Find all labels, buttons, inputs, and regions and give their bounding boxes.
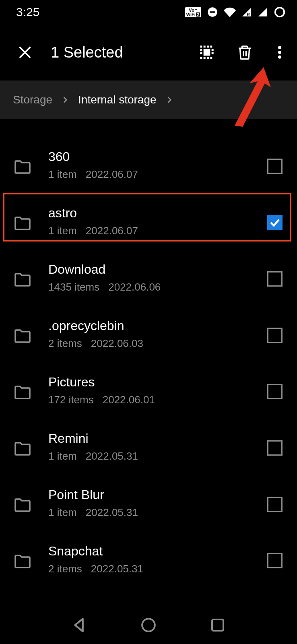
- chevron-right-icon: [61, 96, 69, 104]
- folder-checkbox[interactable]: [267, 553, 283, 568]
- select-all-icon: [199, 44, 215, 60]
- folder-text: Snapchat2 items2022.05.31: [48, 544, 267, 575]
- folder-icon: [13, 439, 32, 458]
- folder-items: 1 item: [48, 506, 77, 519]
- folder-date: 2022.05.31: [91, 563, 143, 575]
- folder-row[interactable]: Snapchat2 items2022.05.31: [0, 531, 297, 588]
- folder-date: 2022.06.07: [86, 225, 138, 237]
- close-button[interactable]: [13, 40, 37, 64]
- svg-point-17: [278, 46, 281, 49]
- folder-text: astro1 item2022.06.07: [48, 206, 267, 237]
- svg-rect-10: [204, 57, 206, 59]
- folder-icon: [13, 157, 32, 176]
- svg-point-19: [278, 56, 281, 59]
- folder-checkbox[interactable]: [267, 384, 283, 399]
- vowifi-icon: Vo՚՚ WiFi2: [185, 7, 201, 17]
- svg-point-3: [275, 8, 285, 17]
- svg-rect-13: [200, 49, 202, 51]
- chevron-right-icon: [165, 96, 173, 104]
- breadcrumb: Storage Internal storage: [0, 80, 297, 119]
- folder-row[interactable]: Pictures172 items2022.06.01: [0, 362, 297, 419]
- folder-name: Download: [48, 262, 267, 277]
- folder-name: Pictures: [48, 375, 267, 390]
- svg-rect-15: [212, 49, 214, 51]
- folder-row[interactable]: Remini1 item2022.05.31: [0, 419, 297, 475]
- folder-text: .oprecyclebin2 items2022.06.03: [48, 318, 267, 350]
- folder-icon: [13, 326, 32, 345]
- folder-date: 2022.05.31: [86, 450, 138, 462]
- folder-items: 2 items: [48, 563, 82, 575]
- svg-rect-1: [210, 11, 215, 13]
- svg-rect-9: [200, 57, 202, 59]
- folder-name: Snapchat: [48, 544, 267, 559]
- folder-items: 1 item: [48, 225, 77, 237]
- folder-row[interactable]: .oprecyclebin2 items2022.06.03: [0, 306, 297, 362]
- folder-date: 2022.06.07: [86, 168, 138, 181]
- nav-home-button[interactable]: [140, 617, 157, 635]
- folder-text: Point Blur1 item2022.05.31: [48, 487, 267, 519]
- folder-row[interactable]: 3601 item2022.06.07: [0, 137, 297, 193]
- folder-name: Point Blur: [48, 487, 267, 502]
- nav-back-button[interactable]: [71, 617, 88, 635]
- folder-date: 2022.05.31: [86, 506, 138, 519]
- folder-checkbox[interactable]: [267, 497, 283, 512]
- folder-name: astro: [48, 206, 267, 221]
- more-vert-icon: [272, 44, 288, 60]
- folder-name: Remini: [48, 431, 267, 446]
- svg-rect-8: [210, 45, 212, 47]
- svg-rect-16: [212, 52, 214, 54]
- nav-home-icon: [140, 617, 157, 634]
- folder-text: Download1435 items2022.06.06: [48, 262, 267, 293]
- dnd-icon: [207, 6, 218, 18]
- selection-header: 1 Selected: [0, 24, 297, 80]
- folder-checkbox[interactable]: [267, 271, 283, 287]
- folder-checkbox[interactable]: [267, 159, 283, 174]
- folder-icon: [13, 270, 32, 289]
- folder-icon: [13, 495, 32, 514]
- svg-rect-14: [200, 52, 202, 54]
- breadcrumb-root[interactable]: Storage: [13, 93, 52, 106]
- signal-1-icon: R: [241, 6, 252, 18]
- folder-items: 1435 items: [48, 281, 99, 293]
- select-all-button[interactable]: [195, 40, 219, 64]
- folder-list: 3601 item2022.06.07astro1 item2022.06.07…: [0, 119, 297, 588]
- folder-text: 3601 item2022.06.07: [48, 149, 267, 181]
- svg-point-21: [142, 619, 155, 632]
- svg-rect-11: [207, 57, 209, 59]
- folder-date: 2022.06.06: [108, 281, 161, 293]
- folder-text: Remini1 item2022.05.31: [48, 431, 267, 462]
- delete-button[interactable]: [233, 40, 257, 64]
- folder-row[interactable]: astro1 item2022.06.07: [0, 193, 297, 250]
- folder-items: 172 items: [48, 394, 94, 406]
- svg-rect-4: [204, 49, 210, 56]
- folder-icon: [13, 551, 32, 571]
- svg-rect-7: [207, 45, 209, 47]
- folder-checkbox[interactable]: [267, 440, 283, 456]
- svg-rect-12: [210, 57, 212, 59]
- svg-text:R: R: [247, 12, 250, 17]
- more-options-button[interactable]: [270, 40, 289, 64]
- folder-icon: [13, 213, 32, 233]
- folder-checkbox[interactable]: [267, 215, 283, 230]
- folder-icon: [13, 382, 32, 402]
- status-time: 3:25: [16, 5, 39, 19]
- folder-checkbox[interactable]: [267, 328, 283, 343]
- svg-rect-6: [204, 45, 206, 47]
- svg-rect-22: [212, 619, 223, 631]
- folder-items: 1 item: [48, 168, 77, 181]
- nav-recent-button[interactable]: [209, 617, 226, 635]
- breadcrumb-current[interactable]: Internal storage: [78, 93, 157, 106]
- folder-name: 360: [48, 149, 267, 164]
- folder-items: 1 item: [48, 450, 77, 462]
- folder-date: 2022.06.03: [91, 337, 143, 350]
- folder-row[interactable]: Point Blur1 item2022.05.31: [0, 475, 297, 531]
- status-icons: Vo՚՚ WiFi2 R: [185, 6, 286, 18]
- folder-text: Pictures172 items2022.06.01: [48, 375, 267, 406]
- nav-back-icon: [71, 617, 88, 634]
- folder-name: .oprecyclebin: [48, 318, 267, 333]
- nav-recent-icon: [209, 617, 226, 634]
- system-navbar: [0, 608, 297, 644]
- data-saver-icon: [274, 6, 286, 18]
- status-bar: 3:25 Vo՚՚ WiFi2 R: [0, 0, 297, 24]
- folder-row[interactable]: Download1435 items2022.06.06: [0, 250, 297, 306]
